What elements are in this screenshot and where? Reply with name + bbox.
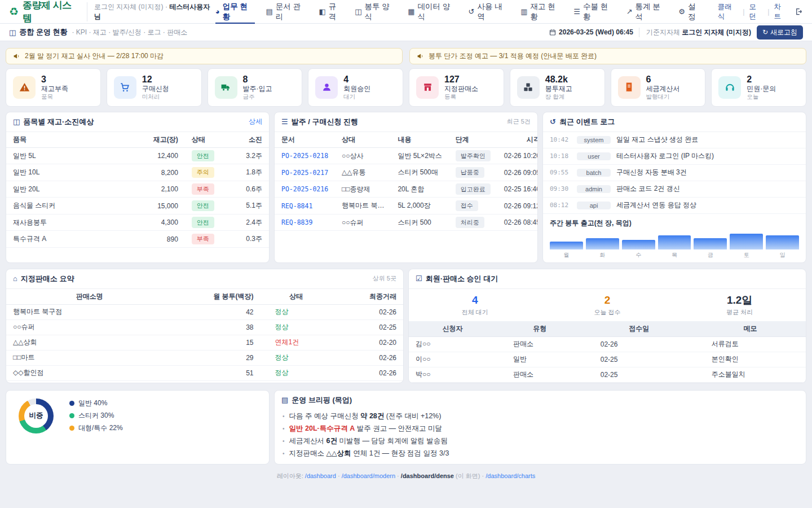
calendar-icon [549,29,556,36]
nav-item-document[interactable]: ▤문서 관리 [266,0,308,24]
status-badge: 주의 [192,167,214,178]
approval-panel-title: ☑ 회원·판매소 승인 대기 [416,274,498,284]
gear-icon: ⚙ [678,7,685,16]
inventory-panel: ◫ 품목별 재고·소진예상 상세 품목재고(장)상태소진일반 5L12,400안… [6,112,270,263]
kpi-value: 2 [747,75,776,85]
event-text: 세금계산서 연동 응답 정상 [616,200,696,210]
nav-item-stock[interactable]: ▥재고 현황 [520,0,562,24]
event-time: 09:55 [550,169,571,176]
column-header: 유형 [496,321,584,337]
table-row: □□마트29정상02-26 [6,350,403,365]
store-status: 정상 [275,369,289,376]
footer-link[interactable]: /dashboard [305,472,336,479]
kpi-card-truck[interactable]: 8발주·입고금주 [208,68,303,107]
bar-화 [586,238,619,249]
table-row: 이○○일반02-25본인확인 [409,352,806,367]
donut-center-label: 비중 [29,411,43,421]
nav-item-grid[interactable]: ▦데이터 양식 [408,0,457,24]
nav-item-spec[interactable]: ◧규격 [319,0,344,24]
mode-link-0[interactable]: 클래식 [717,2,738,21]
kpi-card-store[interactable]: 127지정판매소등록 [409,68,504,107]
legend-dot [69,413,74,418]
login-context: 로그인 지자체 (미지정) · 테스터사용자님 [87,2,215,21]
doc-link[interactable]: PO-2025-0216 [281,185,328,193]
status-badge: 안전 [192,200,214,212]
column-header: 내용 [391,132,448,148]
main-nav: ◕업무 현황▤문서 관리◧규격◫봉투 양식▦데이터 양식↺사용 내역▥재고 현황… [215,0,703,24]
mode-link-1[interactable]: 모던 [749,2,764,21]
app-logo: ♻ 종량제 시스템 [9,0,80,25]
table-row: PO-2025-0217△△유통스티커 500매납품중02-26 09:05 [275,164,538,181]
nav-item-history[interactable]: ↺사용 내역 [469,0,510,24]
kpi-card-user[interactable]: 4회원승인대기 [308,68,403,107]
table-row: PO-2025-0218○○상사일반 5L×2박스발주확인02-26 10:20 [275,147,538,164]
briefing-title: ▤ 운영 브리핑 (목업) [281,395,352,405]
storefront-icon: ⌂ [13,274,17,283]
footer-link[interactable]: /dashboard/charts [486,472,535,479]
kpi-label: 발주·입고 [243,85,272,93]
share-donut-chart: 비중 [19,398,54,433]
event-tag: batch [577,169,611,177]
inventory-detail-link[interactable]: 상세 [249,117,262,126]
event-row: 09:55batch구매신청 자동 분배 3건 [543,165,806,181]
truck-icon [215,76,237,99]
event-tag: api [577,202,611,209]
layout-footer: 레이아웃: /dashboard · /dashboard/modern · /… [6,472,806,480]
kpi-card-cart[interactable]: 12구매신청미처리 [107,68,202,107]
stage-badge: 접수 [456,200,478,212]
bar-label: 일 [766,251,799,259]
clipboard-icon: ▤ [281,396,288,404]
nav-item-bag[interactable]: ◫봉투 양식 [355,0,396,24]
doc-link[interactable]: REQ-8839 [281,218,312,226]
current-datetime: 2026-03-25 (Wed) 06:45 [549,28,633,36]
approval-stat: 4전체 대기 [409,294,541,317]
status-badge: 안전 [192,150,214,161]
legend-item: 일반 40% [69,398,123,408]
column-header: 접수일 [584,321,695,337]
kpi-card-pallet[interactable]: 48.2k봉투재고장 합계 [510,68,605,107]
event-list: 10:42system일일 재고 스냅샷 생성 완료10:18user테스터사용… [543,132,806,214]
legend-label: 대형/특수 22% [78,423,123,433]
document-icon: ▤ [266,7,273,16]
status-badge: 부족 [192,234,214,245]
announcement-row: 2월 말 정기 재고 실사 안내 — 2/28 17:00 마감 봉투 단가 조… [6,48,806,64]
bar-label: 화 [586,251,619,259]
store-status: 연체1건 [275,338,299,346]
member-check-icon: ☑ [416,274,422,283]
approval-table: 신청자유형접수일메모김○○판매소02-26서류검토이○○일반02-25본인확인박… [409,321,806,383]
doc-link[interactable]: REQ-8841 [281,202,312,210]
nav-item-gear[interactable]: ⚙설정 [678,0,703,24]
announcement-banner-1: 2월 말 정기 재고 실사 안내 — 2/28 17:00 마감 [6,48,403,64]
footer-link[interactable]: /dashboard/modern [342,472,395,479]
announcement-banner-2: 봉투 단가 조정 예고 — 3/1 적용 예정 (안내문 배포 완료) [409,48,806,64]
kpi-card-receipt[interactable]: 6세금계산서발행대기 [611,68,706,107]
kpi-card-headset[interactable]: 2민원·문의오늘 [711,68,806,107]
doc-link[interactable]: PO-2025-0218 [281,152,328,160]
event-text: 판매소 코드 2건 갱신 [616,184,680,194]
bullet-icon: • [283,438,285,444]
event-row: 08:12api세금계산서 연동 응답 정상 [543,198,806,214]
recycle-icon: ♻ [9,6,19,17]
mode-link-2[interactable]: 차트 [774,2,788,21]
table-row: ○○슈퍼38정상02-25 [6,319,403,335]
table-row: 박○○판매소02-25주소불일치 [409,367,806,382]
event-time: 08:12 [550,202,571,209]
kpi-label: 세금계산서 [646,85,680,93]
user-icon [315,76,338,99]
bar-label: 월 [550,251,583,259]
table-row: 김○○판매소02-26서류검토 [409,336,806,352]
logout-icon[interactable] [795,7,803,16]
doc-link[interactable]: PO-2025-0217 [281,169,328,177]
page-title: ◫ 종합 운영 현황 [9,27,68,37]
briefing-item: •일반 20L·특수규격 A 발주 권고 — 안전재고 미달 [283,423,798,435]
briefing-item: •지정판매소 △△상회 연체 1건 — 현장 점검 일정 3/3 [283,448,798,460]
table-row: REQ-8841행복마트 북…5L 2,000장접수02-26 09:12 [275,198,538,214]
refresh-button[interactable]: ↻ 새로고침 [757,25,803,40]
bar-목 [658,235,691,249]
table-row: PO-2025-0216□□종량제20L 혼합입고완료02-25 16:40 [275,181,538,198]
nav-item-dashboard[interactable]: ◕업무 현황 [215,0,255,24]
nav-item-chart[interactable]: ↗통계 분석 [626,0,668,24]
kpi-card-alert[interactable]: 3재고부족품목 [6,68,101,107]
stores-meta: 상위 5곳 [373,274,396,283]
nav-item-ledger[interactable]: ☰수불 현황 [573,0,615,24]
